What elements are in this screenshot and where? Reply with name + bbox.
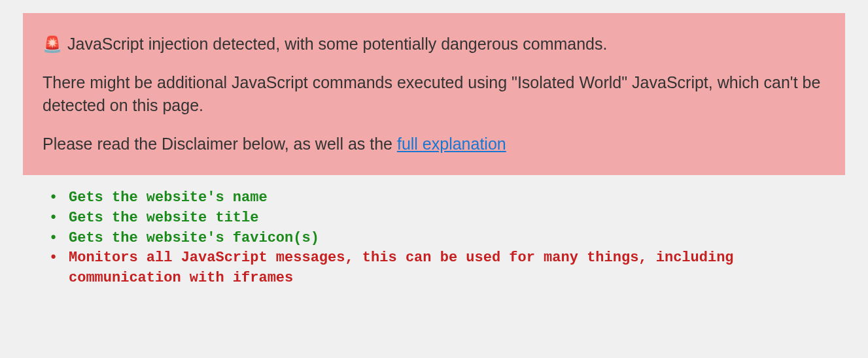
alert-title-text: JavaScript injection detected, with some… <box>67 33 607 56</box>
list-item: Gets the website title <box>43 208 825 229</box>
list-item: Gets the website's name <box>43 188 825 208</box>
full-explanation-link[interactable]: full explanation <box>397 135 506 153</box>
list-item: Monitors all JavaScript messages, this c… <box>43 248 825 289</box>
findings-list: Gets the website's name Gets the website… <box>23 188 845 289</box>
finding-text: Monitors all JavaScript messages, this c… <box>69 250 734 286</box>
finding-text: Gets the website's favicon(s) <box>69 230 319 246</box>
list-item: Gets the website's favicon(s) <box>43 229 825 249</box>
finding-text: Gets the website's name <box>69 189 268 206</box>
alert-footer-line: Please read the Disclaimer below, as wel… <box>43 133 825 155</box>
siren-icon: 🚨 <box>43 37 62 52</box>
alert-title-line: 🚨 JavaScript injection detected, with so… <box>43 33 825 56</box>
alert-box: 🚨 JavaScript injection detected, with so… <box>23 13 845 175</box>
alert-footer-prefix: Please read the Disclaimer below, as wel… <box>43 135 397 153</box>
finding-text: Gets the website title <box>69 210 258 226</box>
page-container: 🚨 JavaScript injection detected, with so… <box>0 0 868 302</box>
alert-body-text: There might be additional JavaScript com… <box>43 71 825 117</box>
